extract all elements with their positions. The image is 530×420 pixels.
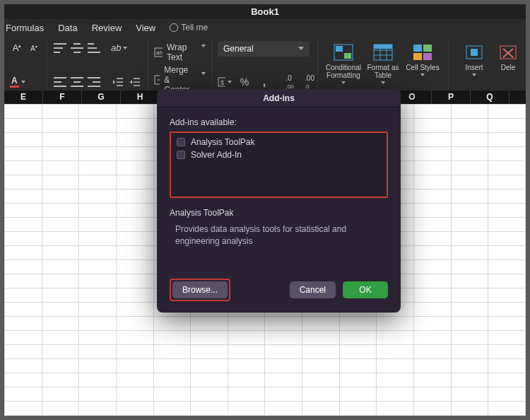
- cell[interactable]: [451, 359, 488, 373]
- cell[interactable]: [153, 402, 191, 416]
- cell[interactable]: [488, 288, 526, 303]
- cell[interactable]: [414, 402, 452, 416]
- cell[interactable]: [42, 359, 79, 373]
- cell[interactable]: [153, 345, 191, 359]
- cell[interactable]: [451, 373, 488, 387]
- cell[interactable]: [116, 359, 153, 373]
- format-as-table-button[interactable]: Format as Table: [363, 42, 403, 84]
- cell[interactable]: [451, 303, 488, 317]
- cell[interactable]: [116, 260, 153, 274]
- cell[interactable]: [5, 345, 42, 359]
- cell[interactable]: [302, 373, 340, 387]
- accounting-format-icon[interactable]: $: [218, 75, 232, 89]
- cell[interactable]: [191, 345, 228, 359]
- cell[interactable]: [302, 317, 340, 331]
- cell[interactable]: [116, 331, 153, 345]
- cell[interactable]: [488, 274, 526, 288]
- align-left-icon[interactable]: [53, 75, 67, 89]
- cell[interactable]: [451, 345, 488, 359]
- cell[interactable]: [414, 175, 452, 189]
- cell[interactable]: [488, 331, 526, 345]
- cell[interactable]: [414, 204, 452, 218]
- cell[interactable]: [488, 373, 526, 387]
- orientation-icon[interactable]: ab: [111, 41, 127, 55]
- cell[interactable]: [339, 359, 377, 373]
- cell[interactable]: [451, 189, 488, 204]
- cell[interactable]: [414, 161, 452, 175]
- cell[interactable]: [116, 218, 153, 232]
- cell[interactable]: [228, 402, 265, 416]
- cell[interactable]: [414, 147, 452, 161]
- decrease-decimal-icon[interactable]: .00.0: [302, 75, 317, 89]
- cell[interactable]: [414, 373, 452, 387]
- cell[interactable]: [451, 402, 488, 416]
- cell[interactable]: [42, 232, 79, 246]
- cell[interactable]: [488, 387, 526, 402]
- cell[interactable]: [5, 274, 42, 288]
- cell[interactable]: [79, 133, 117, 147]
- cell[interactable]: [451, 387, 488, 402]
- cell[interactable]: [79, 260, 117, 274]
- cell[interactable]: [302, 331, 340, 345]
- cell[interactable]: [488, 147, 526, 161]
- cell[interactable]: [79, 189, 117, 204]
- cell[interactable]: [265, 373, 302, 387]
- cell-styles-button[interactable]: Cell Styles: [403, 42, 442, 76]
- cell[interactable]: [451, 119, 488, 133]
- cell[interactable]: [488, 105, 526, 119]
- cell[interactable]: [228, 345, 265, 359]
- comma-icon[interactable]: ,: [257, 75, 271, 89]
- tell-me[interactable]: Tell me: [170, 23, 208, 33]
- cell[interactable]: [5, 317, 42, 331]
- cell[interactable]: [451, 218, 488, 232]
- cell[interactable]: [79, 359, 117, 373]
- cell[interactable]: [228, 387, 265, 402]
- cell[interactable]: [42, 288, 79, 303]
- cell[interactable]: [79, 232, 117, 246]
- cell[interactable]: [451, 331, 488, 345]
- cell[interactable]: [5, 373, 42, 387]
- tab-view[interactable]: View: [136, 23, 155, 33]
- cell[interactable]: [451, 317, 488, 331]
- cell[interactable]: [42, 133, 79, 147]
- col-header[interactable]: P: [432, 91, 471, 104]
- cell[interactable]: [116, 119, 153, 133]
- cell[interactable]: [191, 359, 228, 373]
- cell[interactable]: [228, 317, 265, 331]
- cell[interactable]: [5, 232, 42, 246]
- col-header[interactable]: H: [121, 91, 160, 104]
- cell[interactable]: [153, 317, 191, 331]
- cell[interactable]: [5, 246, 42, 260]
- cell[interactable]: [153, 359, 191, 373]
- cell[interactable]: [265, 317, 302, 331]
- cell[interactable]: [42, 119, 79, 133]
- cell[interactable]: [42, 204, 79, 218]
- cell[interactable]: [414, 246, 452, 260]
- cell[interactable]: [42, 218, 79, 232]
- cell[interactable]: [414, 218, 452, 232]
- cell[interactable]: [302, 345, 340, 359]
- cell[interactable]: [116, 274, 153, 288]
- cell[interactable]: [191, 387, 228, 402]
- align-center-icon[interactable]: [70, 75, 84, 89]
- cell[interactable]: [5, 175, 42, 189]
- cell[interactable]: [451, 161, 488, 175]
- cell[interactable]: [377, 345, 414, 359]
- increase-font-icon[interactable]: A▴: [10, 41, 24, 55]
- cell[interactable]: [79, 161, 117, 175]
- cell[interactable]: [488, 218, 526, 232]
- cell[interactable]: [414, 331, 452, 345]
- cell[interactable]: [451, 288, 488, 303]
- cell[interactable]: [488, 402, 526, 416]
- cell[interactable]: [488, 204, 526, 218]
- cell[interactable]: [377, 359, 414, 373]
- cell[interactable]: [339, 387, 377, 402]
- cell[interactable]: [79, 105, 117, 119]
- cell[interactable]: [42, 345, 79, 359]
- cell[interactable]: [116, 303, 153, 317]
- cell[interactable]: [5, 147, 42, 161]
- cell[interactable]: [488, 119, 526, 133]
- cell[interactable]: [414, 288, 452, 303]
- cell[interactable]: [377, 387, 414, 402]
- cell[interactable]: [42, 402, 79, 416]
